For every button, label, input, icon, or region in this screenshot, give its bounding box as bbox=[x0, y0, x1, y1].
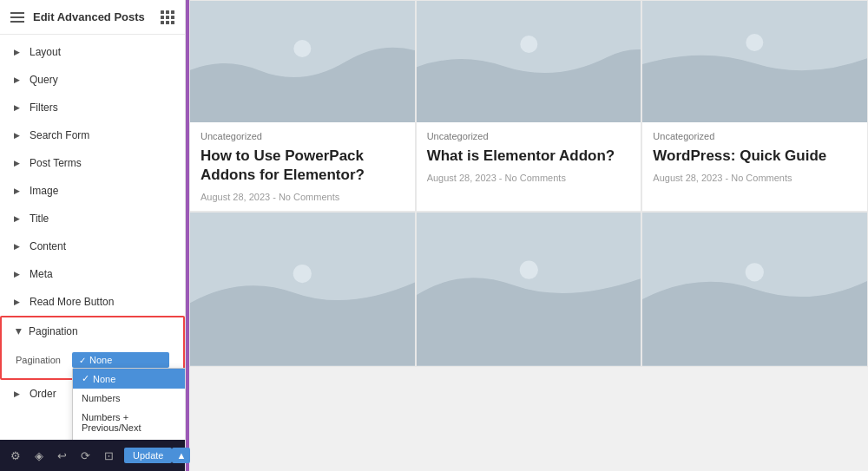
post-content: Uncategorized WordPress: Quick Guide Aug… bbox=[642, 122, 867, 211]
post-title: How to Use PowerPack Addons for Elemento… bbox=[201, 147, 404, 185]
sidebar-toolbar: ⚙ ◈ ↩ ⟳ ⊡ Update ▲ bbox=[0, 440, 185, 471]
pagination-dropdown-selected[interactable]: ✓ None bbox=[72, 352, 169, 368]
history-icon[interactable]: ⟳ bbox=[77, 448, 94, 464]
sidebar: Edit Advanced Posts ▶ Layout ▶ Query ▶ F… bbox=[0, 0, 186, 471]
update-button[interactable]: Update bbox=[124, 448, 172, 463]
post-image bbox=[642, 213, 867, 365]
sidebar-item-image[interactable]: ▶ Image bbox=[0, 177, 185, 205]
main-inner: Uncategorized How to Use PowerPack Addon… bbox=[189, 0, 868, 471]
post-comments: No Comments bbox=[505, 173, 566, 183]
option-label: Numbers + Previous/Next bbox=[82, 412, 184, 433]
svg-point-1 bbox=[293, 40, 311, 57]
post-date: August 28, 2023 bbox=[653, 173, 722, 183]
dropdown-option-none[interactable]: ✓ None bbox=[73, 369, 185, 389]
post-category: Uncategorized bbox=[653, 131, 857, 141]
main-wrapper: Uncategorized How to Use PowerPack Addon… bbox=[186, 0, 868, 471]
option-label: Numbers bbox=[82, 393, 121, 403]
svg-point-3 bbox=[520, 36, 537, 53]
sidebar-item-label: Meta bbox=[30, 268, 53, 280]
sidebar-item-label: Image bbox=[30, 185, 58, 197]
post-meta: August 28, 2023 - No Comments bbox=[653, 173, 857, 183]
sidebar-item-label: Query bbox=[30, 74, 58, 86]
pagination-dropdown-menu: ✓ None Numbers Numbers + Previous/Next L… bbox=[72, 368, 185, 440]
sidebar-item-read-more[interactable]: ▶ Read More Button bbox=[0, 288, 185, 316]
sidebar-item-query[interactable]: ▶ Query bbox=[0, 66, 185, 94]
post-card: Uncategorized WordPress: Quick Guide Aug… bbox=[641, 0, 868, 212]
post-image bbox=[417, 213, 641, 365]
sidebar-item-label: Layout bbox=[30, 46, 61, 58]
hamburger-icon[interactable] bbox=[10, 12, 24, 23]
pagination-label: Pagination bbox=[29, 325, 78, 337]
post-separator: - bbox=[499, 173, 505, 183]
post-separator: - bbox=[273, 192, 279, 202]
settings-icon[interactable]: ⚙ bbox=[7, 448, 24, 464]
post-title: What is Elementor Addon? bbox=[427, 147, 631, 166]
pagination-header[interactable]: ▶ Pagination bbox=[2, 317, 183, 345]
chevron-icon: ▶ bbox=[14, 214, 23, 223]
responsive-icon[interactable]: ⊡ bbox=[101, 448, 117, 464]
sidebar-item-label: Search Form bbox=[30, 129, 89, 141]
chevron-icon: ▶ bbox=[14, 389, 23, 398]
post-card bbox=[189, 212, 416, 366]
post-category: Uncategorized bbox=[427, 131, 631, 141]
sidebar-item-label: Filters bbox=[30, 101, 58, 114]
post-image bbox=[190, 1, 415, 122]
sidebar-item-label: Order bbox=[30, 388, 56, 400]
chevron-icon: ▶ bbox=[14, 75, 23, 84]
post-content: Uncategorized What is Elementor Addon? A… bbox=[417, 122, 641, 211]
sidebar-item-layout[interactable]: ▶ Layout bbox=[0, 38, 185, 66]
chevron-icon: ▶ bbox=[14, 159, 23, 167]
dropdown-option-numbers[interactable]: Numbers bbox=[73, 389, 185, 408]
post-image bbox=[642, 1, 867, 122]
sidebar-item-filters[interactable]: ▶ Filters bbox=[0, 94, 185, 121]
pagination-field-label: Pagination bbox=[16, 355, 72, 365]
sidebar-item-post-terms[interactable]: ▶ Post Terms bbox=[0, 149, 185, 177]
svg-point-7 bbox=[293, 265, 312, 283]
post-category: Uncategorized bbox=[201, 131, 404, 141]
svg-point-9 bbox=[519, 261, 537, 279]
check-icon: ✓ bbox=[79, 356, 86, 365]
option-label: None bbox=[93, 374, 115, 384]
sidebar-item-search-form[interactable]: ▶ Search Form bbox=[0, 121, 185, 149]
sidebar-header-left: Edit Advanced Posts bbox=[10, 10, 145, 23]
post-comments: No Comments bbox=[279, 192, 339, 202]
sidebar-nav: ▶ Layout ▶ Query ▶ Filters ▶ Search Form… bbox=[0, 35, 185, 440]
chevron-icon: ▶ bbox=[14, 242, 23, 251]
sidebar-item-title[interactable]: ▶ Title bbox=[0, 205, 185, 232]
sidebar-item-label: Content bbox=[30, 240, 66, 252]
sidebar-title: Edit Advanced Posts bbox=[33, 10, 145, 23]
update-arrow-button[interactable]: ▲ bbox=[172, 448, 190, 463]
grid-icon[interactable] bbox=[161, 10, 174, 24]
check-icon: ✓ bbox=[82, 373, 89, 384]
chevron-icon: ▶ bbox=[14, 270, 23, 278]
post-title: WordPress: Quick Guide bbox=[653, 147, 857, 166]
layers-icon[interactable]: ◈ bbox=[31, 448, 47, 464]
post-date: August 28, 2023 bbox=[201, 192, 270, 202]
pagination-dropdown-container: ✓ None ✓ None Numbers bbox=[72, 352, 169, 368]
update-button-group: Update ▲ bbox=[124, 448, 190, 463]
svg-point-5 bbox=[746, 34, 764, 51]
post-card: Uncategorized What is Elementor Addon? A… bbox=[416, 0, 642, 212]
post-image bbox=[190, 213, 415, 365]
pagination-selected-value: None bbox=[89, 355, 112, 365]
chevron-icon: ▶ bbox=[14, 103, 23, 112]
posts-grid: Uncategorized How to Use PowerPack Addon… bbox=[189, 0, 868, 367]
sidebar-item-label: Read More Button bbox=[30, 296, 114, 308]
post-card bbox=[641, 212, 868, 366]
chevron-icon: ▶ bbox=[14, 48, 23, 56]
dropdown-option-numbers-prev-next[interactable]: Numbers + Previous/Next bbox=[73, 408, 185, 437]
undo-icon[interactable]: ↩ bbox=[54, 448, 70, 464]
sidebar-item-content[interactable]: ▶ Content bbox=[0, 232, 185, 260]
post-content: Uncategorized How to Use PowerPack Addon… bbox=[190, 122, 415, 211]
sidebar-item-meta[interactable]: ▶ Meta bbox=[0, 260, 185, 288]
pagination-row: Pagination ✓ None ✓ None Numb bbox=[16, 352, 169, 368]
post-meta: August 28, 2023 - No Comments bbox=[427, 173, 631, 183]
chevron-icon: ▶ bbox=[14, 131, 23, 140]
post-image bbox=[417, 1, 641, 122]
post-card bbox=[416, 212, 642, 366]
post-date: August 28, 2023 bbox=[427, 173, 496, 183]
dropdown-option-load-more[interactable]: Load More Button bbox=[73, 437, 185, 440]
sidebar-item-label: Post Terms bbox=[30, 157, 82, 169]
svg-point-11 bbox=[746, 263, 764, 281]
post-comments: No Comments bbox=[731, 173, 792, 183]
